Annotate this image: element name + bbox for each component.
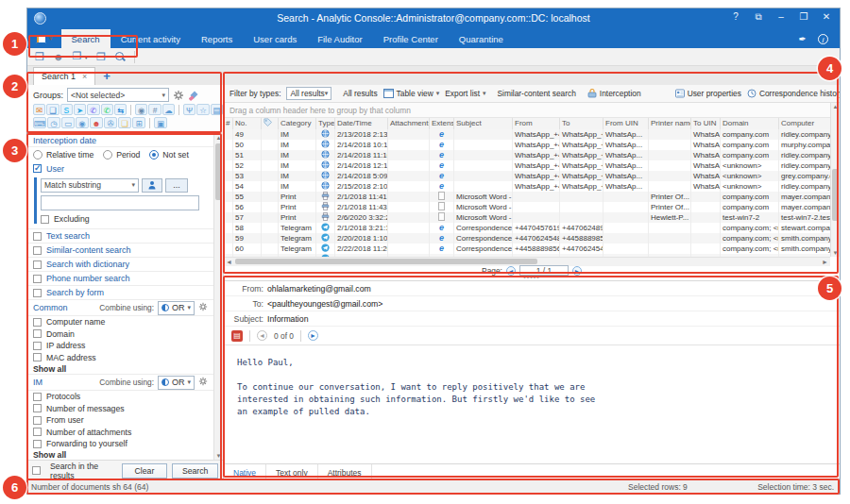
menu-tab-current-activity[interactable]: Current activity [110,29,191,48]
monitor-icon[interactable]: ▭ [61,117,75,128]
column-header-subject[interactable]: Subject [454,118,513,129]
open-search-icon[interactable]: ❐ ▾ [72,50,87,63]
settings-gear-icon[interactable] [173,90,184,101]
computer-name-checkbox[interactable] [33,318,42,327]
phone-number-search-checkbox[interactable] [33,275,42,283]
correspondence-history-button[interactable]: Correspondence history [747,89,840,98]
table-row[interactable]: 49IM2/13/2018 2:13:22...eWhatsApp_+44...… [224,129,830,140]
filter-similar-content-search[interactable]: Similar-content search [27,244,213,258]
new-search-icon[interactable]: ❒ [35,51,44,63]
next-page-icon[interactable]: ► [572,266,582,276]
domain-checkbox[interactable] [33,329,42,338]
column-header-date-time[interactable]: Date/Time [335,118,388,129]
clock-icon[interactable]: ◷ [47,117,60,128]
column-header-type[interactable]: Type [316,118,335,129]
next-match-icon[interactable]: ► [308,330,318,341]
forwarding-to-yourself-checkbox[interactable] [33,440,42,448]
scroll-up-icon[interactable]: ▲ [214,135,223,141]
filter-phone-number-search[interactable]: Phone number search [27,272,213,286]
filter-types-select[interactable]: All results ▾ [286,87,332,100]
clear-button[interactable]: Clear [122,463,168,479]
scroll-up-icon[interactable]: ▲ [831,104,840,109]
viber-icon[interactable]: ✆ [87,104,99,115]
column-header-no[interactable]: No. [233,118,262,129]
pick-user-button[interactable] [142,178,162,193]
filter-text-search[interactable]: Text search [27,229,213,244]
search-in-results-checkbox[interactable] [32,466,41,475]
user-alert-icon[interactable]: ☻ [90,117,103,128]
menu-tab-profile-center[interactable]: Profile Center [373,29,449,48]
mail-icon[interactable]: ✉ [33,104,45,115]
table-row[interactable]: 60Telegram2/22/2018 11:20:0...eCorrespon… [224,244,830,254]
column-header-category[interactable]: Category [279,118,316,129]
groups-select[interactable]: <Not selected> ▾ [67,88,169,102]
checkbox-row-protocols[interactable]: Protocols [27,391,213,403]
search-with-dictionary-checkbox[interactable] [33,260,42,269]
scroll-thumb[interactable] [235,259,537,264]
protocols-checkbox[interactable] [33,393,42,401]
user-checkbox[interactable] [33,164,42,173]
webcam-icon[interactable]: ◉ [76,117,89,128]
column-header-to-uin[interactable]: To UIN [691,118,721,129]
ip-address-checkbox[interactable] [33,342,42,350]
usb-icon[interactable]: Ψ [183,104,196,115]
eraser-icon[interactable] [188,90,199,101]
checkbox-row-from-user[interactable]: From user [27,414,213,427]
camera-icon[interactable]: ▣ [154,117,167,128]
previous-page-icon[interactable]: ◄ [506,266,516,276]
star-icon[interactable]: ☆ [196,104,209,115]
network-hub-icon[interactable]: # [148,104,161,115]
app-menu-button[interactable]: ▾ [27,29,61,48]
combine-select[interactable]: OR▾ [158,301,195,315]
certificate-icon[interactable]: ✒ [799,34,807,44]
cloud-icon[interactable]: ☁ [162,104,175,115]
table-row[interactable]: 54IM2/15/2018 2:10:28...eWhatsApp_+44...… [224,181,830,192]
help-button[interactable]: ? [730,11,741,23]
screen-button[interactable]: ⧉ [753,11,764,23]
table-view-button[interactable]: Table view ▾ [383,89,440,98]
scroll-down-icon[interactable]: ▼ [214,453,223,459]
text-search-checkbox[interactable] [33,232,42,241]
column-header-attachments[interactable]: Attachments [388,118,430,129]
table-row[interactable]: 51IM2/14/2018 11:10:2...eWhatsApp_+44...… [224,150,830,160]
more-options-button[interactable]: ... [165,178,188,193]
lync-icon[interactable]: ⇆ [114,104,127,115]
settings-gear-icon[interactable] [198,302,208,313]
column-header-computer[interactable]: Computer [779,118,830,129]
close-tab-icon[interactable]: × [82,72,87,81]
scroll-down-icon[interactable]: ▼ [831,250,840,256]
radio-period[interactable]: Period [103,150,140,160]
table-row[interactable]: 57Print2/6/2020 3:32:23 PMMicrosoft Word… [224,212,830,223]
chat-icon[interactable]: ❑ [46,104,59,115]
whatsapp-icon[interactable]: ✆ [101,104,113,115]
table-row[interactable]: 50IM2/14/2018 10:10:2...eWhatsApp_+44...… [224,140,830,150]
table-row[interactable]: 52IM2/14/2018 12:19:2...eWhatsApp_+44...… [224,160,830,171]
mac-address-checkbox[interactable] [33,353,42,361]
match-mode-select[interactable]: Match substring▾ [41,178,139,193]
column-header-to[interactable]: To [560,118,604,129]
checkbox-row-computer-name[interactable]: Computer name [27,316,213,328]
user-search-icon[interactable]: ☻ [53,51,64,63]
table-row[interactable]: 55Print2/1/2018 11:41:39...Microsoft Wor… [224,192,830,202]
menu-tab-quarantine[interactable]: Quarantine [449,29,514,48]
checkbox-row-domain[interactable]: Domain [27,328,213,341]
column-header-tag[interactable] [262,118,279,129]
scroll-thumb[interactable] [215,143,222,200]
search-button[interactable]: Search [172,463,218,479]
radio-relative-time[interactable]: Relative time [33,150,94,160]
minimize-button[interactable]: – [775,11,787,23]
table-vertical-scrollbar[interactable]: ▲ ▼ [830,103,840,257]
add-tab-button[interactable]: + [103,68,110,85]
search-by-form-checkbox[interactable] [33,289,42,297]
info-icon[interactable]: i [818,34,828,44]
export-pdf-icon[interactable]: ▤ [231,330,243,342]
table-row[interactable]: 58Telegram2/1/2018 3:21:18 PMeCorrespond… [224,223,830,233]
filter-search-with-dictionary[interactable]: Search with dictionary [27,258,213,272]
tab-search-1[interactable]: Search 1 × [33,67,95,85]
column-header-[interactable]: # [224,118,233,129]
previous-match-icon[interactable]: ◄ [257,330,267,341]
printer-icon[interactable]: ▤ [211,104,223,115]
interception-button[interactable]: Interception [587,89,641,98]
left-panel-scrollbar[interactable]: ▲ ▼ [213,134,223,460]
skype-icon[interactable]: S [60,104,73,115]
